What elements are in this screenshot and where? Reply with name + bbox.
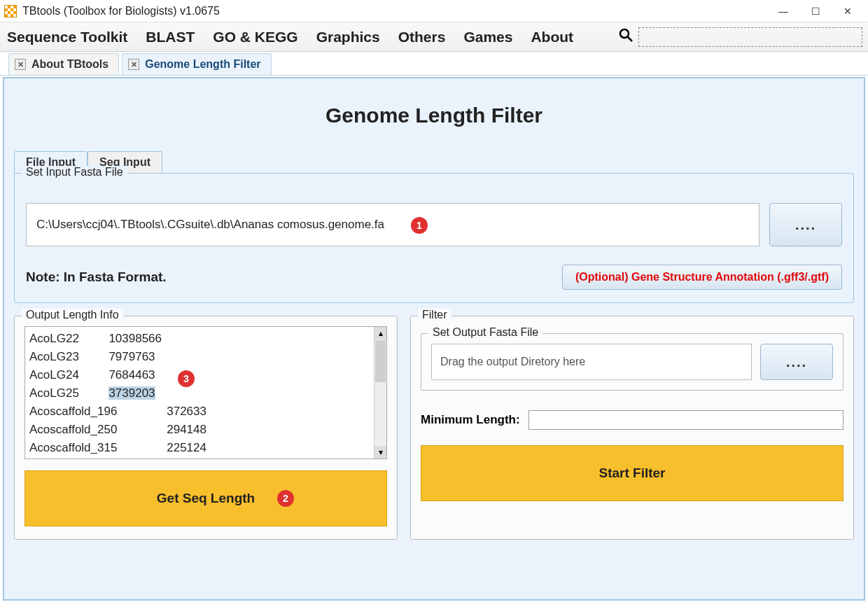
minimum-length-label: Minimum Length: [421,413,520,427]
window-controls: — ☐ ✕ [767,1,864,21]
maximize-button[interactable]: ☐ [799,1,832,21]
annotation-badge-2: 2 [277,490,294,507]
annotation-badge-1: 1 [411,217,428,234]
gene-structure-annotation-button[interactable]: (Optional) Gene Structure Annotation (.g… [562,265,842,290]
list-item[interactable]: Acoscaffold_315 225124 [29,439,370,457]
title-bar: TBtools (Toolbox for Biologists) v1.0675… [0,0,868,22]
search-input[interactable] [638,27,862,47]
menu-games[interactable]: Games [462,26,514,48]
annotation-badge-3: 3 [178,370,195,387]
tab-label: Genome Length Filter [145,58,260,71]
document-tabs: ✕ About TBtools ✕ Genome Length Filter [0,52,868,76]
list-item[interactable]: Acoscaffold_196 372633 [29,402,370,421]
button-label: Start Filter [598,465,665,481]
button-label: Get Seq Length [157,491,255,506]
scroll-up-icon[interactable]: ▴ [374,327,386,340]
minimize-button[interactable]: — [767,1,799,21]
list-item[interactable]: AcoLG25 3739203 [29,384,370,402]
filter-panel: Filter Set Output Fasta File Drag the ou… [410,316,854,540]
input-fasta-path[interactable]: C:\Users\ccj04\.TBtools\.CGsuite\.db\Ana… [26,203,760,246]
output-directory-input[interactable]: Drag the output Diretory here [431,344,752,380]
page-title: Genome Length Filter [8,104,860,127]
scrollbar[interactable]: ▴ ▾ [374,327,386,458]
panel-legend: Output Length Info [22,309,123,321]
menu-search-wrap [619,27,862,47]
menu-sequence-toolkit[interactable]: Sequence Toolkit [6,26,129,48]
tab-about-tbtools[interactable]: ✕ About TBtools [8,53,119,75]
start-filter-button[interactable]: Start Filter [421,445,844,501]
fieldset-legend: Set Output Fasta File [428,326,542,339]
main-panel: Genome Length Filter File Input Seq Inpu… [3,77,865,601]
close-button[interactable]: ✕ [832,1,864,21]
menu-graphics[interactable]: Graphics [315,26,382,48]
fasta-format-note: Note: In Fasta Format. [26,270,167,285]
tab-genome-length-filter[interactable]: ✕ Genome Length Filter [122,53,271,75]
tab-label: About TBtools [31,58,108,71]
window-title: TBtools (Toolbox for Biologists) v1.0675 [22,5,767,18]
scroll-thumb[interactable] [375,340,386,382]
menu-about[interactable]: About [529,26,575,48]
list-item[interactable]: AcoLG24 7684463 [29,366,370,384]
input-fasta-fieldset: Set Input Fasta File C:\Users\ccj04\.TBt… [14,173,854,303]
input-mode-tabs: File Input Seq Input [14,151,860,173]
browse-output-button[interactable]: .... [760,344,833,380]
panel-legend: Filter [418,309,451,321]
app-icon [4,5,17,18]
menu-bar: Sequence Toolkit BLAST GO & KEGG Graphic… [0,22,868,52]
fieldset-legend: Set Input Fasta File [22,166,127,178]
placeholder-text: Drag the output Diretory here [440,356,585,368]
close-icon[interactable]: ✕ [128,59,139,70]
length-list[interactable]: AcoLG22 10398566AcoLG23 7979763AcoLG24 7… [24,326,387,459]
get-seq-length-button[interactable]: Get Seq Length 2 [24,470,387,526]
menu-blast[interactable]: BLAST [144,26,196,48]
output-length-panel: Output Length Info AcoLG22 10398566AcoLG… [14,316,398,540]
browse-input-button[interactable]: .... [769,203,842,246]
minimum-length-input[interactable] [528,410,844,430]
list-item[interactable]: AcoLG23 7979763 [29,348,370,366]
svg-point-0 [620,29,629,38]
list-item[interactable]: AcoLG22 10398566 [29,330,370,348]
list-item[interactable]: Acoscaffold_250 294148 [29,421,370,439]
menu-go-kegg[interactable]: GO & KEGG [211,26,299,48]
scroll-down-icon[interactable]: ▾ [374,446,386,458]
input-path-text: C:\Users\ccj04\.TBtools\.CGsuite\.db\Ana… [36,218,384,231]
close-icon[interactable]: ✕ [15,59,26,70]
svg-line-1 [628,37,632,41]
search-icon[interactable] [619,28,633,46]
output-fasta-fieldset: Set Output Fasta File Drag the output Di… [421,333,844,391]
menu-others[interactable]: Others [397,26,447,48]
